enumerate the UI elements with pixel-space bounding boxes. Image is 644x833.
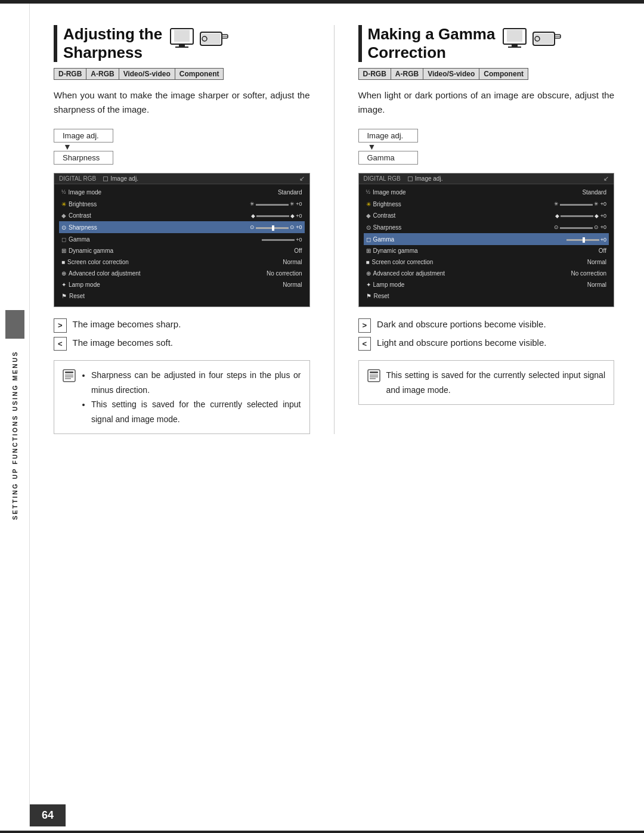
- svg-rect-17: [508, 47, 521, 48]
- right-key-list: > Dark and obscure portions become visib…: [358, 318, 615, 351]
- right-note-text: This setting is saved for the currently …: [386, 368, 606, 397]
- svg-rect-5: [202, 33, 221, 44]
- right-key-badge-0: >: [358, 318, 371, 333]
- screen-row-gamma-l: ◻ Gamma +0: [59, 233, 305, 245]
- left-menu-step2: Sharpness: [54, 151, 113, 165]
- right-menu-arrow: ▼: [368, 143, 376, 151]
- right-screen-title: Image adj.: [415, 175, 443, 182]
- right-screen-body: ½ Image mode Standard ✳ Brightness ✳ ✳ +…: [359, 184, 614, 306]
- svg-rect-19: [534, 33, 553, 44]
- left-key-text-1: The image becomes soft.: [73, 336, 173, 350]
- left-note-icon: [63, 369, 76, 382]
- right-monitor-icon: [502, 27, 528, 50]
- left-key-text-0: The image becomes sharp.: [73, 318, 181, 332]
- badge-argb-left: A-RGB: [86, 68, 119, 80]
- left-column: Adjusting the Sharpness: [54, 25, 310, 434]
- left-screen-brand: DIGITAL RGB: [59, 175, 96, 182]
- screen-row-advcol-r: ⊕ Advanced color adjustment No correctio…: [364, 268, 609, 279]
- right-screen-header: DIGITAL RGB Image adj. ↙: [359, 174, 614, 184]
- left-compat-badges: D-RGB A-RGB Video/S-video Component: [54, 68, 310, 80]
- monitor-icon: [169, 27, 196, 50]
- svg-rect-2: [179, 44, 185, 47]
- sidebar: SETTING UP FUNCTIONS USING MENUS: [0, 4, 30, 826]
- left-screen-header: DIGITAL RGB Image adj. ↙: [54, 174, 309, 184]
- right-screen-dot: [408, 176, 413, 181]
- left-title: Adjusting the Sharpness: [63, 25, 162, 62]
- left-note-text: Sharpness can be adjusted in four steps …: [82, 368, 301, 426]
- left-key-badge-0: >: [54, 318, 67, 333]
- left-key-item-1: < The image becomes soft.: [54, 336, 310, 351]
- badge-drgb-right: D-RGB: [358, 68, 391, 80]
- left-screen-close: ↙: [299, 175, 305, 182]
- right-title-block: Making a Gamma Correction: [358, 25, 496, 62]
- screen-row-sharpness-l: ⊙ Sharpness ⊙ ⊙ +0: [59, 221, 305, 233]
- left-note-bullet-0: Sharpness can be adjusted in four steps …: [91, 368, 301, 397]
- svg-rect-24: [370, 371, 378, 373]
- screen-row-contrast-l: ◆ Contrast ◆ ◆ +0: [59, 210, 305, 222]
- left-icons: [169, 27, 230, 50]
- sidebar-gray-block: [5, 310, 24, 339]
- right-icons: [502, 27, 563, 50]
- right-screen-close: ↙: [603, 175, 609, 182]
- right-note-box: This setting is saved for the currently …: [358, 360, 615, 405]
- left-screen: DIGITAL RGB Image adj. ↙ ½ Image mode St…: [54, 173, 310, 307]
- badge-video-right: Video/S-video: [423, 68, 479, 80]
- svg-rect-1: [174, 30, 190, 42]
- right-key-text-0: Dark and obscure portions become visible…: [377, 318, 546, 332]
- left-menu-step1: Image adj.: [54, 129, 113, 143]
- column-divider: [334, 25, 335, 434]
- right-note-icon: [367, 369, 380, 382]
- screen-row-lamp-r: ✦ Lamp mode Normal: [364, 279, 609, 290]
- sidebar-text: SETTING UP FUNCTIONS USING MENUS: [11, 351, 18, 520]
- right-column: Making a Gamma Correction: [358, 25, 615, 434]
- screen-row-brightness-l: ✳ Brightness ✳ ✳ +0: [59, 198, 305, 210]
- badge-video-left: Video/S-video: [119, 68, 175, 80]
- svg-rect-10: [65, 371, 73, 373]
- right-compat-badges: D-RGB A-RGB Video/S-video Component: [358, 68, 615, 80]
- right-key-badge-1: <: [358, 337, 371, 351]
- screen-row-screencol-r: ■ Screen color correction Normal: [364, 256, 609, 268]
- right-key-text-1: Light and obscure portions become visibl…: [377, 336, 546, 350]
- screen-row-reset-r: ⚑ Reset: [364, 290, 609, 302]
- page-number: 64: [30, 804, 66, 826]
- badge-drgb-left: D-RGB: [54, 68, 86, 80]
- left-screen-body: ½ Image mode Standard ✳ Brightness ✳ ✳ +…: [54, 184, 309, 306]
- badge-argb-right: A-RGB: [391, 68, 423, 80]
- badge-component-right: Component: [479, 68, 528, 80]
- left-screen-dot: [103, 176, 108, 181]
- screen-row-mode-l: ½ Image mode Standard: [59, 187, 305, 198]
- bottom-rule: [0, 831, 644, 833]
- left-menu-flow: Image adj. ▼ Sharpness: [54, 129, 310, 165]
- svg-rect-16: [512, 44, 518, 47]
- svg-rect-3: [175, 47, 188, 48]
- left-key-item-0: > The image becomes sharp.: [54, 318, 310, 333]
- right-body-text: When light or dark portions of an image …: [358, 88, 615, 117]
- right-screen-brand: DIGITAL RGB: [364, 175, 401, 182]
- left-note-bullet-1: This setting is saved for the currently …: [91, 397, 301, 426]
- right-screen: DIGITAL RGB Image adj. ↙ ½ Image mode St…: [358, 173, 615, 307]
- left-body-text: When you want to make the image sharper …: [54, 88, 310, 117]
- left-section-header: Adjusting the Sharpness: [54, 25, 310, 62]
- screen-row-sharpness-r: ⊙ Sharpness ⊙ ⊙ +0: [364, 221, 609, 233]
- screen-row-dyngamma-r: ⊞ Dynamic gamma Off: [364, 245, 609, 256]
- right-title: Making a Gamma Correction: [368, 25, 496, 62]
- screen-row-reset-l: ⚑ Reset: [59, 290, 305, 302]
- right-section-header: Making a Gamma Correction: [358, 25, 615, 62]
- screen-row-contrast-r: ◆ Contrast ◆ ◆ +0: [364, 210, 609, 222]
- left-screen-title: Image adj.: [110, 175, 138, 182]
- left-note-box: Sharpness can be adjusted in four steps …: [54, 360, 310, 434]
- svg-rect-15: [507, 30, 522, 42]
- right-menu-step1: Image adj.: [358, 129, 418, 143]
- screen-row-gamma-r: ◻ Gamma +0: [364, 233, 609, 245]
- projector-icon: [199, 27, 230, 50]
- right-menu-step2: Gamma: [358, 151, 418, 165]
- screen-row-mode-r: ½ Image mode Standard: [364, 187, 609, 198]
- right-key-item-1: < Light and obscure portions become visi…: [358, 336, 615, 351]
- left-key-badge-1: <: [54, 337, 67, 351]
- right-key-item-0: > Dark and obscure portions become visib…: [358, 318, 615, 333]
- left-key-list: > The image becomes sharp. < The image b…: [54, 318, 310, 351]
- screen-row-advcol-l: ⊕ Advanced color adjustment No correctio…: [59, 268, 305, 279]
- screen-row-dyngamma-l: ⊞ Dynamic gamma Off: [59, 245, 305, 256]
- right-menu-flow: Image adj. ▼ Gamma: [358, 129, 615, 165]
- screen-row-lamp-l: ✦ Lamp mode Normal: [59, 279, 305, 290]
